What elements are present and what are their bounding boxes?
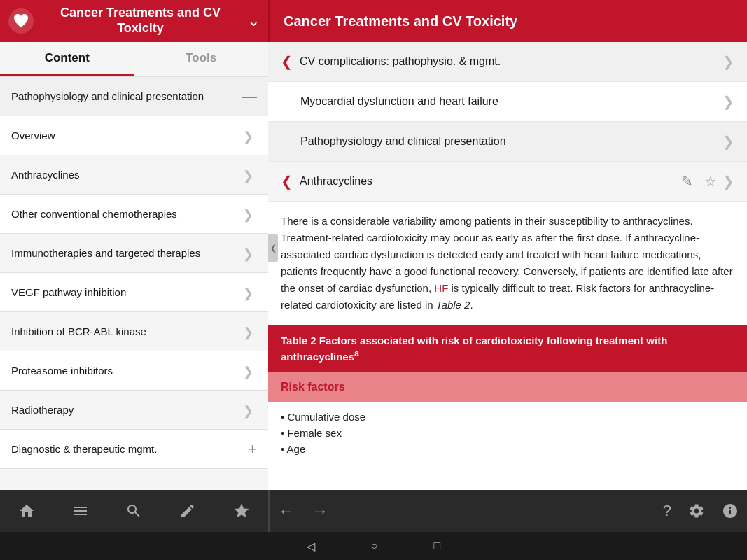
right-panel: ❮ ❮ CV complications: pathophysio. & mgm… [268, 42, 747, 490]
edit-button[interactable] [171, 497, 204, 525]
home-button[interactable] [10, 497, 43, 525]
header-right-title: Cancer Treatments and CV Toxicity [284, 13, 517, 29]
table-row: Female sex [281, 425, 734, 441]
sidebar-collapse-handle[interactable]: ❮ [268, 234, 278, 262]
sidebar-tabs: Content Tools [0, 42, 268, 77]
bottom-toolbar: ← → ? [0, 490, 747, 532]
main-content: Content Tools Pathophysiology and clinic… [0, 42, 747, 490]
table-row: Cumulative dose [281, 409, 734, 425]
sidebar-item-anthracyclines[interactable]: Anthracyclines ❯ [0, 155, 268, 195]
bookmark-star-icon[interactable]: ☆ [704, 173, 717, 190]
chevron-right-icon: ❯ [243, 129, 257, 143]
header-left: Cancer Treatments and CVToxicity ⌄ [0, 0, 268, 42]
sidebar-item-pathophysiology[interactable]: Pathophysiology and clinical presentatio… [0, 77, 268, 116]
forward-button[interactable]: → [303, 496, 337, 526]
back-button[interactable]: ← [270, 496, 303, 526]
list-button[interactable] [64, 497, 97, 525]
back-arrow-icon: ❮ [281, 53, 293, 70]
back-arrow-icon: ❮ [281, 173, 293, 190]
chevron-right-icon: ❯ [243, 207, 257, 221]
toolbar-left [0, 497, 268, 525]
tab-content[interactable]: Content [0, 42, 134, 76]
chevron-right-icon: ❯ [722, 133, 734, 150]
header-app-title: Cancer Treatments and CVToxicity [41, 6, 240, 36]
sidebar-item-list: Pathophysiology and clinical presentatio… [0, 77, 268, 490]
nav-row-action-icons: ✎ ☆ [681, 173, 717, 190]
chevron-right-icon: ❯ [243, 325, 257, 339]
system-nav-bar: ◁ ○ □ [0, 532, 747, 560]
sidebar-item-overview[interactable]: Overview ❯ [0, 116, 268, 155]
bookmark-button[interactable] [225, 497, 258, 525]
header-right: Cancer Treatments and CV Toxicity [270, 0, 747, 42]
table-content-body: Cumulative dose Female sex Age [268, 402, 747, 464]
settings-button[interactable] [680, 497, 713, 525]
system-home-button[interactable]: ○ [371, 540, 378, 552]
article-content: There is a considerable variability amon… [268, 202, 747, 325]
sidebar-item-bcr-abl[interactable]: Inhibition of BCR-ABL kinase ❯ [0, 312, 268, 351]
toolbar-right: ← → ? [270, 496, 747, 526]
sidebar-item-vegf[interactable]: VEGF pathway inhibition ❯ [0, 273, 268, 312]
nav-row-anthracyclines[interactable]: ❮ Anthracyclines ✎ ☆ ❯ [268, 162, 747, 202]
heart-logo-icon [8, 8, 34, 34]
chevron-right-icon: ❯ [243, 403, 257, 417]
sidebar-item-other-chemo[interactable]: Other conventional chemotherapies ❯ [0, 195, 268, 234]
chevron-right-icon: ❯ [243, 246, 257, 260]
nav-row-cv-complications[interactable]: ❮ CV complications: pathophysio. & mgmt.… [268, 42, 747, 82]
table-header: Table 2 Factors associated with risk of … [268, 325, 747, 372]
sidebar-item-diagnostic[interactable]: Diagnostic & therapeutic mgmt. + [0, 430, 268, 469]
chevron-right-icon: ❯ [722, 53, 734, 70]
table-section-header: Risk factors [268, 372, 747, 402]
table-row: Age [281, 441, 734, 457]
chevron-right-icon: ❯ [722, 173, 734, 190]
edit-icon[interactable]: ✎ [681, 173, 693, 190]
chevron-right-icon: ❯ [722, 93, 734, 110]
chevron-right-icon: ❯ [243, 286, 257, 300]
chevron-right-icon: ❯ [243, 168, 257, 182]
info-button[interactable] [713, 497, 747, 525]
collapse-icon: — [242, 88, 257, 106]
nav-row-myocardial[interactable]: Myocardial dysfunction and heart failure… [268, 82, 747, 122]
nav-row-pathophysiology[interactable]: Pathophysiology and clinical presentatio… [268, 122, 747, 162]
system-back-button[interactable]: ◁ [307, 540, 315, 553]
collapse-arrow-icon: ❮ [270, 244, 277, 253]
sidebar-item-immunotherapies[interactable]: Immunotherapies and targeted therapies ❯ [0, 234, 268, 273]
sidebar: Content Tools Pathophysiology and clinic… [0, 42, 268, 490]
system-recent-button[interactable]: □ [434, 540, 441, 552]
header-chevron-icon[interactable]: ⌄ [247, 12, 260, 30]
expand-icon: + [248, 440, 257, 458]
sidebar-item-radiotherapy[interactable]: Radiotherapy ❯ [0, 391, 268, 430]
app-header: Cancer Treatments and CVToxicity ⌄ Cance… [0, 0, 747, 42]
help-button[interactable]: ? [655, 496, 680, 526]
search-button[interactable] [117, 497, 151, 525]
hf-link[interactable]: HF [434, 282, 448, 294]
chevron-right-icon: ❯ [243, 364, 257, 378]
tab-tools[interactable]: Tools [134, 42, 269, 76]
sidebar-item-proteasome[interactable]: Proteasome inhibitors ❯ [0, 351, 268, 391]
